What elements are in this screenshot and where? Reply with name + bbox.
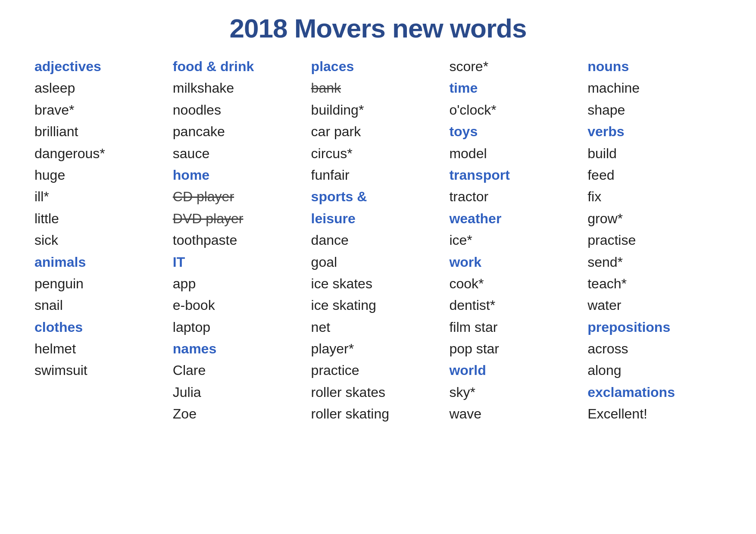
page-title: 2018 Movers new words [26,13,730,44]
category-label: leisure [311,209,445,228]
word-item: along [587,360,722,380]
category-label: home [173,165,307,185]
word-grid: adjectivesasleepbrave*brilliantdangerous… [26,56,730,424]
category-label: prepositions [587,317,722,337]
word-item: sauce [173,144,307,163]
word-item: asleep [34,78,169,98]
category-label: toys [449,122,583,141]
word-item: roller skating [311,404,445,424]
word-item-strikethrough: CD player [173,187,307,206]
word-item: water [587,295,722,315]
word-item-strikethrough: DVD player [173,209,307,228]
word-item: sick [34,230,169,250]
word-item: teach* [587,274,722,294]
category-label: animals [34,252,169,272]
word-item: swimsuit [34,360,169,380]
word-item: Clare [173,360,307,380]
word-item: Excellent! [587,404,722,424]
word-item: circus* [311,144,445,163]
word-item: cook* [449,274,583,294]
word-item: across [587,339,722,359]
word-item: machine [587,78,722,98]
word-item: little [34,209,169,228]
category-label: exclamations [587,382,722,402]
category-label: food & drink [173,56,307,76]
word-item: player* [311,339,445,359]
word-item: o'clock* [449,100,583,120]
word-item: laptop [173,317,307,337]
word-item: toothpaste [173,230,307,250]
word-item: e-book [173,295,307,315]
word-item: huge [34,165,169,185]
word-item: fix [587,187,722,206]
word-item: goal [311,252,445,272]
category-label: sports & [311,187,445,206]
word-item: snail [34,295,169,315]
column-col1: adjectivesasleepbrave*brilliantdangerous… [34,56,169,424]
word-item: build [587,144,722,163]
word-item: milkshake [173,78,307,98]
word-item: building* [311,100,445,120]
word-item: pancake [173,122,307,141]
word-item: ill* [34,187,169,206]
column-col2: food & drinkmilkshakenoodlespancakesauce… [173,56,307,424]
word-item: app [173,274,307,294]
word-item: shape [587,100,722,120]
word-item: tractor [449,187,583,206]
word-item: sky* [449,382,583,402]
word-item: roller skates [311,382,445,402]
word-item: score* [449,56,583,76]
column-col3: placesbankbuilding*car parkcircus*funfai… [311,56,445,424]
word-item: car park [311,122,445,141]
column-col5: nounsmachineshapeverbsbuildfeedfixgrow*p… [587,56,722,424]
word-item: noodles [173,100,307,120]
category-label: places [311,56,445,76]
category-label: names [173,339,307,359]
category-label: transport [449,165,583,185]
category-label: nouns [587,56,722,76]
word-item: practise [587,230,722,250]
category-label: IT [173,252,307,272]
word-item: net [311,317,445,337]
word-item-strikethrough: bank [311,78,445,98]
word-item: send* [587,252,722,272]
column-col4: score*timeo'clock*toysmodeltransporttrac… [449,56,583,424]
word-item: Zoe [173,404,307,424]
word-item: dangerous* [34,144,169,163]
category-label: time [449,78,583,98]
word-item: wave [449,404,583,424]
word-item: pop star [449,339,583,359]
word-item: Julia [173,382,307,402]
word-item: ice skating [311,295,445,315]
word-item: ice skates [311,274,445,294]
word-item: practice [311,360,445,380]
word-item: brilliant [34,122,169,141]
category-label: adjectives [34,56,169,76]
word-item: helmet [34,339,169,359]
category-label: world [449,360,583,380]
category-label: work [449,252,583,272]
word-item: penguin [34,274,169,294]
word-item: dentist* [449,295,583,315]
word-item: feed [587,165,722,185]
word-item: brave* [34,100,169,120]
word-item: funfair [311,165,445,185]
category-label: weather [449,209,583,228]
word-item: model [449,144,583,163]
category-label: clothes [34,317,169,337]
category-label: verbs [587,122,722,141]
word-item: grow* [587,209,722,228]
word-item: dance [311,230,445,250]
word-item: film star [449,317,583,337]
word-item: ice* [449,230,583,250]
